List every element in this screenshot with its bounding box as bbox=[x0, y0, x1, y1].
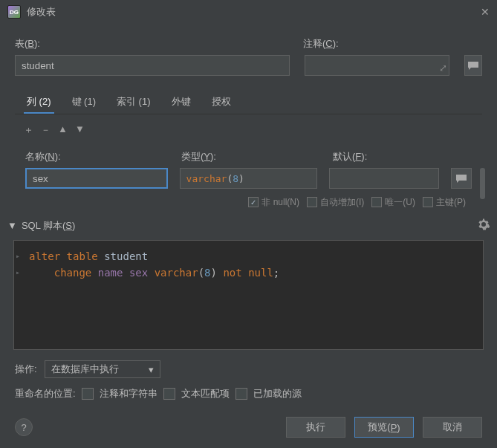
sql-script-label: SQL 脚本(S) bbox=[22, 219, 478, 233]
help-button[interactable]: ? bbox=[15, 418, 33, 436]
column-type-input[interactable]: varchar(8) bbox=[180, 168, 318, 189]
expand-icon[interactable]: ⤢ bbox=[439, 62, 447, 74]
move-down-icon[interactable]: ▼ bbox=[75, 123, 85, 137]
autoinc-checkbox[interactable] bbox=[307, 197, 317, 207]
preview-button[interactable]: 预览(P) bbox=[354, 417, 414, 438]
operation-label: 操作: bbox=[15, 363, 37, 376]
comment-label: 注释(C): bbox=[303, 37, 482, 51]
comment-side-button[interactable] bbox=[464, 55, 482, 76]
move-up-icon[interactable]: ▲ bbox=[58, 123, 68, 137]
default-label: 默认(F): bbox=[333, 150, 444, 163]
table-name-input[interactable] bbox=[15, 55, 290, 76]
column-default-input[interactable] bbox=[329, 168, 439, 189]
gear-icon[interactable] bbox=[478, 218, 490, 233]
notnull-checkbox[interactable] bbox=[248, 197, 259, 207]
comment-input[interactable]: ⤢ bbox=[305, 55, 449, 76]
operation-select[interactable]: 在数据库中执行 ▾ bbox=[45, 360, 160, 378]
scrollbar[interactable] bbox=[480, 168, 485, 199]
add-icon[interactable]: ＋ bbox=[24, 123, 33, 137]
name-label: 名称(N): bbox=[25, 150, 169, 163]
tab-indexes[interactable]: 索引 (1) bbox=[114, 91, 154, 113]
type-label: 类型(Y): bbox=[181, 150, 321, 163]
sql-editor[interactable]: ▸▸ alter table student change name sex v… bbox=[13, 240, 484, 350]
app-icon: DG bbox=[7, 5, 21, 19]
rename-comments-checkbox[interactable] bbox=[82, 388, 94, 400]
column-name-input[interactable] bbox=[25, 168, 168, 189]
tab-columns[interactable]: 列 (2) bbox=[24, 91, 54, 113]
table-label: 表(B): bbox=[15, 37, 303, 51]
cancel-button[interactable]: 取消 bbox=[423, 417, 482, 438]
pk-checkbox[interactable] bbox=[423, 197, 433, 207]
tab-foreign-keys[interactable]: 外键 bbox=[169, 91, 194, 113]
execute-button[interactable]: 执行 bbox=[286, 417, 345, 438]
rename-text-checkbox[interactable] bbox=[163, 388, 175, 400]
close-icon[interactable]: ✕ bbox=[481, 6, 490, 18]
collapse-icon[interactable]: ▼ bbox=[7, 220, 17, 231]
tab-grants[interactable]: 授权 bbox=[209, 91, 234, 113]
window-title: 修改表 bbox=[27, 5, 475, 19]
chevron-down-icon: ▾ bbox=[149, 364, 154, 375]
tabs: 列 (2) 键 (1) 索引 (1) 外键 授权 bbox=[15, 91, 482, 113]
rename-loaded-checkbox[interactable] bbox=[235, 388, 247, 400]
default-side-button[interactable] bbox=[451, 168, 472, 189]
remove-icon[interactable]: － bbox=[41, 123, 51, 137]
rename-label: 重命名的位置: bbox=[15, 387, 76, 400]
unique-checkbox[interactable] bbox=[371, 197, 382, 207]
tab-keys[interactable]: 键 (1) bbox=[69, 91, 100, 113]
